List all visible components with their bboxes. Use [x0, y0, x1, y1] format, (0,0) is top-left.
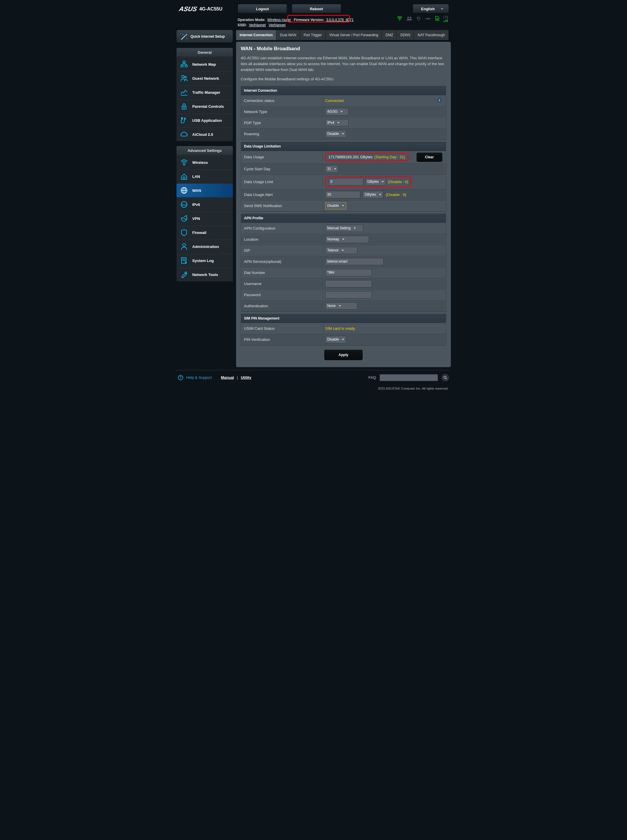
- language-label: English: [421, 7, 435, 11]
- page-description-1: 4G-AC55U can establish Internet connecti…: [241, 55, 446, 73]
- language-dropdown[interactable]: English: [413, 5, 449, 13]
- apply-button[interactable]: Apply: [324, 349, 362, 360]
- copyright-text: 2015 ASUSTeK Computer Inc. All rights re…: [176, 384, 451, 395]
- sidebar-general-head: General: [176, 48, 233, 57]
- svg-point-3: [425, 18, 427, 19]
- sidebar-item-aicloud[interactable]: AiCloud 2.0: [176, 127, 233, 142]
- sidebar-item-parental-controls[interactable]: Parental Controls: [176, 99, 233, 113]
- manual-link[interactable]: Manual: [221, 375, 234, 380]
- svg-point-0: [399, 20, 400, 20]
- faq-search-button[interactable]: [441, 374, 449, 381]
- data-usage-limit-highlight-box: GBytes (Disable : 0): [325, 176, 411, 187]
- svg-rect-12: [447, 19, 447, 22]
- administration-icon: [180, 243, 188, 250]
- svg-point-34: [183, 244, 186, 247]
- sidebar-item-traffic-manager[interactable]: Traffic Manager: [176, 85, 233, 99]
- sidebar-item-system-log[interactable]: System Log: [176, 253, 233, 267]
- firmware-version-link[interactable]: 3.0.0.4.378_8071: [326, 18, 353, 22]
- clear-button[interactable]: Clear: [417, 153, 442, 162]
- page-description-2: Configure the Mobile Broadband settings …: [241, 76, 446, 82]
- svg-rect-4: [429, 18, 430, 19]
- tab-port-forwarding[interactable]: Virtual Server / Port Forwarding: [326, 30, 382, 40]
- ipv6-icon: IPv6: [180, 201, 188, 208]
- sidebar-item-vpn[interactable]: VPN: [176, 211, 233, 225]
- svg-point-38: [185, 272, 187, 274]
- network-tools-icon: [180, 271, 188, 278]
- vpn-icon: [180, 215, 188, 222]
- sidebar-item-ipv6[interactable]: IPv6 IPv6: [176, 197, 233, 211]
- authentication-select[interactable]: None: [325, 302, 357, 310]
- ssid-1-link[interactable]: VedVannet: [249, 23, 266, 27]
- data-usage-alert-unit-select[interactable]: GBytes: [362, 191, 383, 198]
- sidebar-item-administration[interactable]: Administration: [176, 239, 233, 253]
- location-select[interactable]: Norway: [325, 236, 369, 243]
- sidebar-item-network-map[interactable]: Network Map: [176, 57, 233, 71]
- svg-rect-11: [446, 20, 446, 22]
- guest-network-icon: [180, 74, 188, 82]
- svg-text:i: i: [439, 99, 440, 102]
- send-sms-select[interactable]: Disable: [325, 202, 346, 209]
- lte-signal-icon: LTE: [443, 16, 449, 22]
- apn-service-input[interactable]: [325, 258, 384, 265]
- tab-ddns[interactable]: DDNS: [397, 30, 414, 40]
- utility-link[interactable]: Utility: [241, 375, 251, 380]
- isp-select[interactable]: Telenor: [325, 247, 357, 254]
- tab-dmz[interactable]: DMZ: [382, 30, 397, 40]
- svg-point-1: [407, 17, 409, 18]
- dial-number-input[interactable]: [325, 269, 372, 276]
- footer-bar: ? Help & Support Manual | Utility FAQ: [176, 370, 451, 384]
- pin-verification-select[interactable]: Disable: [325, 336, 346, 343]
- help-icon[interactable]: ?: [178, 375, 183, 380]
- svg-rect-16: [181, 65, 183, 67]
- sidebar-item-firewall[interactable]: Firewall: [176, 225, 233, 239]
- help-icon[interactable]: i: [437, 98, 442, 104]
- search-icon: [443, 376, 447, 380]
- parental-controls-icon: [180, 102, 188, 110]
- traffic-manager-icon: [180, 88, 188, 96]
- tab-internet-connection[interactable]: Internet Connection: [236, 30, 276, 40]
- network-type-select[interactable]: 4G/3G: [325, 108, 348, 115]
- logout-button[interactable]: Logout: [238, 5, 287, 13]
- roaming-select[interactable]: Disable: [325, 130, 346, 138]
- tab-port-trigger[interactable]: Port Trigger: [300, 30, 326, 40]
- username-input[interactable]: [325, 280, 372, 288]
- pdp-type-select[interactable]: IPv4: [325, 119, 348, 126]
- svg-point-23: [185, 76, 186, 78]
- svg-rect-17: [185, 65, 187, 67]
- data-usage-note: (Starting Day : 31): [374, 155, 405, 159]
- sidebar-item-usb-application[interactable]: USB Application: [176, 113, 233, 127]
- sidebar-general: General Network Map Guest Network Traffi…: [176, 47, 233, 142]
- svg-rect-15: [183, 61, 185, 63]
- help-support-label: Help & Support: [186, 375, 212, 380]
- password-input[interactable]: [325, 291, 372, 299]
- svg-text:IPv6: IPv6: [182, 204, 187, 206]
- sim-icon: [435, 16, 439, 22]
- sidebar-item-network-tools[interactable]: Network Tools: [176, 267, 233, 282]
- svg-line-42: [446, 378, 447, 379]
- operation-mode-link[interactable]: Wireless router: [267, 18, 291, 22]
- wan-tabs: Internet Connection Dual WAN Port Trigge…: [236, 30, 451, 40]
- sidebar-item-wan[interactable]: WAN: [176, 183, 233, 197]
- sidebar-item-wireless[interactable]: Wireless: [176, 156, 233, 169]
- sidebar-item-lan[interactable]: LAN: [176, 169, 233, 183]
- quick-internet-setup-button[interactable]: Quick Internet Setup: [176, 30, 233, 43]
- usim-status-value: SIM card is ready.: [325, 326, 356, 330]
- lan-icon: [180, 173, 188, 180]
- data-usage-limit-unit-select[interactable]: GBytes: [365, 178, 386, 186]
- refresh-icon: [416, 16, 421, 22]
- data-usage-alert-input[interactable]: [325, 191, 360, 198]
- cycle-start-day-select[interactable]: 31: [325, 165, 338, 173]
- sidebar-advanced-head: Advanced Settings: [176, 146, 233, 156]
- tab-dual-wan[interactable]: Dual WAN: [276, 30, 300, 40]
- svg-rect-28: [183, 177, 185, 179]
- ssid-2-link[interactable]: VedVannet: [269, 23, 286, 27]
- tab-nat-passthrough[interactable]: NAT Passthrough: [414, 30, 449, 40]
- sidebar-advanced: Advanced Settings Wireless LAN WAN IPv6 …: [176, 146, 233, 282]
- apn-configuration-select[interactable]: Manual Setting: [325, 225, 363, 232]
- sidebar-item-guest-network[interactable]: Guest Network: [176, 71, 233, 85]
- svg-point-22: [182, 76, 184, 78]
- faq-search-input[interactable]: [380, 374, 438, 381]
- data-usage-limit-input[interactable]: [328, 178, 364, 186]
- usb-icon: [425, 16, 431, 22]
- reboot-button[interactable]: Reboot: [291, 5, 341, 13]
